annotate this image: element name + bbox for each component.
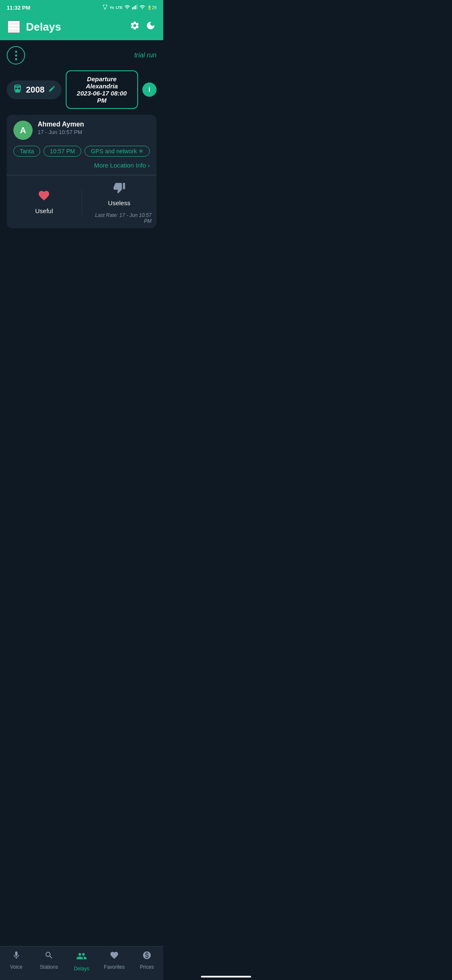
info-label: i xyxy=(149,86,150,93)
departure-box: Departure Alexandria 2023-06-17 08:00 PM xyxy=(66,70,139,109)
menu-button[interactable] xyxy=(8,21,20,33)
rating-section: Useful Useless Last Rate: 17 - Jun 10:57… xyxy=(7,175,157,228)
report-username: Ahmed Aymen xyxy=(38,121,150,128)
page-title: Delays xyxy=(26,21,130,34)
train-number-pill[interactable]: 2008 xyxy=(7,80,62,99)
main-content: trial run 2008 Departure Alexandria 2023… xyxy=(0,40,163,237)
more-location-info[interactable]: More Location Info › xyxy=(13,162,150,169)
info-button[interactable]: i xyxy=(142,83,157,97)
departure-title: Departure Alexandria xyxy=(72,75,132,90)
dot-3 xyxy=(15,58,17,60)
dot-2 xyxy=(15,54,17,57)
report-content: A Ahmed Aymen 17 - Jun 10:57 PM Tanta 10… xyxy=(7,115,157,175)
svg-rect-0 xyxy=(132,8,133,10)
useless-label: Useless xyxy=(108,199,130,206)
status-bar: 11:32 PM Yo LTE 🔋29 xyxy=(0,0,163,15)
dots-inner xyxy=(15,51,17,60)
svg-rect-2 xyxy=(135,5,136,9)
signal2-icon xyxy=(132,4,138,11)
departure-date: 2023-06-17 08:00 PM xyxy=(72,90,132,104)
report-card: A Ahmed Aymen 17 - Jun 10:57 PM Tanta 10… xyxy=(7,115,157,228)
more-location-text: More Location Info xyxy=(94,162,146,169)
svg-rect-1 xyxy=(134,6,134,9)
status-time: 11:32 PM xyxy=(7,5,30,11)
report-header: A Ahmed Aymen 17 - Jun 10:57 PM xyxy=(13,121,150,140)
top-actions xyxy=(130,21,156,33)
location-tag: Tanta xyxy=(13,146,40,157)
useful-label: Useful xyxy=(35,207,53,214)
svg-rect-4 xyxy=(8,21,19,23)
wifi-icon xyxy=(139,4,145,11)
heart-icon xyxy=(37,189,51,205)
alarm-icon xyxy=(102,4,108,11)
last-rate: Last Rate: 17 - Jun 10:57 PM xyxy=(82,212,157,228)
report-user-info: Ahmed Aymen 17 - Jun 10:57 PM xyxy=(38,121,150,135)
thumbs-down-icon xyxy=(113,181,126,197)
svg-rect-3 xyxy=(136,5,137,10)
useless-section: Useless Last Rate: 17 - Jun 10:57 PM xyxy=(82,175,157,228)
train-icon xyxy=(13,84,23,96)
useful-button[interactable]: Useful xyxy=(7,183,82,220)
dots-menu-button[interactable] xyxy=(7,46,25,64)
edit-icon[interactable] xyxy=(48,85,56,94)
dot-1 xyxy=(15,51,17,53)
svg-rect-5 xyxy=(8,25,19,26)
battery-icon: 🔋29 xyxy=(147,5,157,10)
status-icons: Yo LTE 🔋29 xyxy=(102,4,157,11)
time-tag: 10:57 PM xyxy=(44,146,81,157)
header-row: trial run xyxy=(7,46,157,64)
trial-run-label: trial run xyxy=(134,52,157,59)
gps-tag-text: GPS and network ✳ xyxy=(91,148,144,155)
useless-button[interactable]: Useless xyxy=(108,175,130,212)
chevron-right-icon: › xyxy=(148,162,150,169)
svg-rect-6 xyxy=(8,28,19,29)
train-number: 2008 xyxy=(26,85,45,95)
avatar: A xyxy=(13,121,33,140)
gps-tag: GPS and network ✳ xyxy=(85,146,150,157)
lte-icon: LTE xyxy=(116,5,123,10)
report-tags: Tanta 10:57 PM GPS and network ✳ xyxy=(13,146,150,157)
yo-icon: Yo xyxy=(110,5,114,10)
report-timestamp: 17 - Jun 10:57 PM xyxy=(38,129,150,135)
signal1-icon xyxy=(124,4,130,11)
train-selector-row: 2008 Departure Alexandria 2023-06-17 08:… xyxy=(7,70,157,109)
settings-button[interactable] xyxy=(130,21,140,33)
theme-toggle-button[interactable] xyxy=(146,21,156,33)
top-bar: Delays xyxy=(0,15,163,40)
